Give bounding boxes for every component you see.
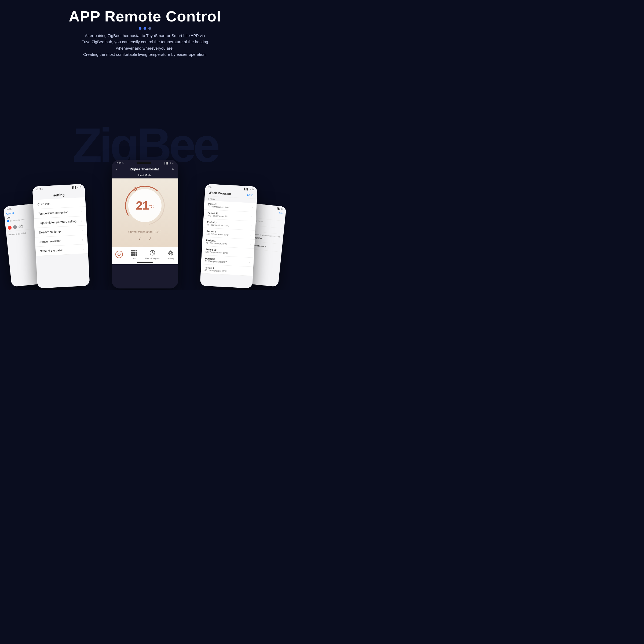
dot-1 — [139, 27, 141, 30]
phone-right: 7 A ▌▌▌ ✦ 82 Week Program Save Friday Pe… — [200, 184, 258, 288]
current-temp-label: Current temperature 19.0°C — [128, 230, 162, 233]
setting-button[interactable]: setting — [167, 249, 174, 259]
thermo-temp-display: 21℃ — [136, 200, 154, 211]
temperature-unit: ℃ — [149, 204, 154, 209]
header-dots — [69, 27, 221, 30]
save-button[interactable]: Save — [247, 193, 253, 196]
far-left-time: 10:27 A — [6, 208, 13, 210]
power-button[interactable]: ⏻ — [115, 251, 123, 258]
gear-icon — [168, 250, 174, 256]
center-bottom-bar: ⏻ Hold — [112, 247, 178, 261]
page-title: APP Remote Control — [69, 8, 221, 25]
chevron-icon: › — [251, 224, 252, 227]
center-home-bar — [112, 261, 178, 264]
center-nav: ‹ Zigbee Thermostat ✎ — [112, 166, 178, 173]
content-wrapper: APP Remote Control After pairing ZigBee … — [0, 0, 290, 290]
header-description: After pairing ZigBee thermostat to TuyaS… — [69, 32, 221, 57]
chevron-icon: › — [249, 261, 250, 264]
center-nav-title: Zigbee Thermostat — [130, 167, 159, 171]
header: APP Remote Control After pairing ZigBee … — [69, 0, 221, 59]
week-program-button[interactable]: Week Program — [145, 249, 159, 259]
notch-center — [137, 162, 151, 164]
phone-center: 10:19 A ▌▌▌ ⊙ 82 ‹ Zigbee Thermostat ✎ H… — [112, 160, 178, 288]
center-time: 10:19 A — [115, 162, 124, 164]
setting-icon — [167, 249, 174, 257]
clock-icon — [149, 250, 155, 256]
center-status-icons: ▌▌▌ ⊙ 82 — [164, 162, 174, 164]
week-program-icon — [149, 249, 156, 257]
edit-button[interactable]: ✎ — [172, 168, 174, 171]
wifi-icon: ⊙ — [170, 162, 171, 164]
chevron-icon: › — [82, 238, 83, 241]
info-icon: i — [7, 220, 9, 222]
phones-container: 10:27 A ▌▌ ✦ Cancel Cre i Devices in the… — [0, 59, 290, 290]
chevron-icon: › — [250, 233, 251, 236]
device-avatar — [13, 225, 17, 229]
thermostat-display: 21℃ Current temperature 19.0°C ∨ ∧ — [112, 178, 178, 247]
far-right-icons: ▌▌▌ 82 — [277, 207, 283, 210]
thermo-circle-wrapper: 21℃ — [122, 183, 168, 228]
dot-2 — [144, 27, 146, 30]
remove-icon: − — [8, 226, 12, 230]
power-circle-icon: ⏻ — [115, 251, 123, 258]
chevron-icon: › — [82, 229, 83, 232]
center-mode-label: Heat Mode — [112, 173, 178, 178]
chevron-icon: › — [252, 206, 253, 209]
right-icons: ▌▌▌ ✦ 82 — [244, 188, 254, 191]
home-indicator — [137, 262, 153, 263]
chevron-icon: › — [81, 210, 82, 213]
back-button[interactable]: ‹ — [116, 167, 117, 171]
settings-list: Child lock › Temperature correction › Hi… — [33, 197, 88, 256]
chevron-icon: › — [80, 200, 81, 203]
chevron-icon: › — [251, 215, 253, 218]
chevron-icon: › — [83, 247, 84, 250]
temp-up-button[interactable]: ∧ — [149, 236, 152, 240]
chevron-icon: › — [250, 252, 251, 254]
temperature-value: 21 — [136, 199, 149, 212]
thermo-arrows: ∨ ∧ — [138, 236, 152, 240]
battery-icon: 82 — [172, 162, 174, 164]
hold-label: Hold — [132, 257, 136, 259]
fr-save-btn[interactable]: Save — [279, 212, 284, 214]
chevron-icon: › — [81, 219, 82, 222]
chevron-icon: › — [248, 270, 250, 273]
chevron-icon: › — [250, 243, 251, 245]
dot-3 — [148, 27, 151, 30]
temp-down-button[interactable]: ∨ — [138, 236, 141, 240]
notch-pill — [137, 162, 151, 164]
phone-left: 10:27 A ▌▌▌ ✦ ⊟ setting Child lock › Tem… — [32, 184, 90, 288]
setting-label: setting — [167, 257, 174, 259]
power-icon: ⏻ — [115, 251, 123, 258]
hold-icon — [130, 249, 138, 257]
left-time: 10:27 A — [36, 188, 43, 191]
week-program-label: Week Program — [145, 257, 159, 259]
hold-button[interactable]: Hold — [130, 249, 138, 259]
svg-line-6 — [152, 253, 153, 253]
right-time: 7 A — [208, 186, 211, 189]
left-icons: ▌▌▌ ✦ ⊟ — [72, 186, 82, 189]
week-program-title: Week Program — [208, 191, 231, 196]
center-notch-bar: 10:19 A ▌▌▌ ⊙ 82 — [112, 160, 178, 166]
signal-icon: ▌▌▌ — [164, 162, 169, 164]
grid-icon — [131, 250, 137, 256]
